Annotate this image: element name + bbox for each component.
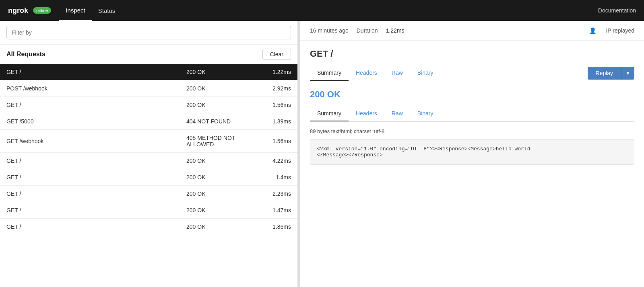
request-row[interactable]: GET /200 OK1.86ms: [0, 219, 297, 235]
tab-response-raw[interactable]: Raw: [384, 106, 410, 121]
request-method-path: GET /: [6, 102, 186, 108]
meta-duration-val: 1.22ms: [386, 27, 405, 34]
main-area: All Requests Clear GET /200 OK1.22msPOST…: [0, 21, 644, 287]
request-status: 200 OK: [186, 102, 259, 108]
request-row[interactable]: GET /200 OK2.23ms: [0, 186, 297, 202]
request-row[interactable]: GET /200 OK1.22ms: [0, 64, 297, 80]
replay-dropdown-button[interactable]: ▼: [621, 67, 634, 80]
replay-btn-group: Replay ▼: [588, 67, 634, 80]
requests-header: All Requests Clear: [0, 45, 297, 64]
request-row[interactable]: GET /200 OK1.56ms: [0, 97, 297, 113]
requests-list: GET /200 OK1.22msPOST /webhook200 OK2.92…: [0, 64, 297, 287]
request-row[interactable]: GET /200 OK1.4ms: [0, 169, 297, 186]
request-detail-section: GET / Summary Headers Raw Binary Replay …: [300, 41, 644, 81]
request-status: 200 OK: [186, 158, 259, 164]
request-title: GET /: [310, 49, 634, 59]
meta-duration-label: Duration: [357, 27, 378, 34]
brand-logo: ngrok: [8, 6, 28, 15]
request-status: 200 OK: [186, 223, 259, 230]
request-row[interactable]: GET /200 OK1.47ms: [0, 202, 297, 219]
request-time: 1.22ms: [259, 69, 291, 75]
response-tabs-row: Summary Headers Raw Binary: [310, 106, 634, 122]
request-method-path: GET /: [6, 158, 186, 164]
tab-request-summary[interactable]: Summary: [310, 66, 349, 81]
clear-button[interactable]: Clear: [262, 49, 291, 60]
request-row[interactable]: GET /5000404 NOT FOUND1.39ms: [0, 113, 297, 130]
filter-input[interactable]: [6, 26, 291, 39]
online-badge: online: [33, 7, 51, 14]
request-method-path: GET /: [6, 207, 186, 213]
tab-response-headers[interactable]: Headers: [349, 106, 384, 121]
left-panel: All Requests Clear GET /200 OK1.22msPOST…: [0, 21, 298, 287]
tab-request-headers[interactable]: Headers: [349, 66, 384, 81]
request-status: 200 OK: [186, 191, 259, 197]
requests-title: All Requests: [6, 51, 45, 58]
request-time: 2.92ms: [259, 85, 291, 92]
request-method-path: GET /: [6, 69, 186, 75]
nav-inspect[interactable]: Inspect: [59, 0, 91, 21]
response-meta: 89 bytes text/html; charset=utf-8: [310, 128, 634, 134]
request-status: 405 METHOD NOT ALLOWED: [186, 135, 259, 148]
request-status: 200 OK: [186, 207, 259, 213]
request-method-path: GET /5000: [6, 118, 186, 125]
request-status: 200 OK: [186, 69, 259, 75]
request-status: 404 NOT FOUND: [186, 118, 259, 125]
request-method-path: GET /: [6, 223, 186, 230]
tab-request-raw[interactable]: Raw: [384, 66, 410, 81]
tab-request-binary[interactable]: Binary: [410, 66, 441, 81]
request-time: 4.22ms: [259, 158, 291, 164]
request-row[interactable]: GET /200 OK4.22ms: [0, 153, 297, 169]
response-status: 200 OK: [310, 89, 634, 100]
request-time: 1.47ms: [259, 207, 291, 213]
request-method-path: GET /: [6, 174, 186, 180]
request-time: 1.86ms: [259, 223, 291, 230]
request-method-path: GET /webhook: [6, 138, 186, 144]
topnav: ngrok online Inspect Status Documentatio…: [0, 0, 644, 21]
request-status: 200 OK: [186, 85, 259, 92]
right-panel: 16 minutes ago Duration 1.22ms 👤 IP repl…: [300, 21, 644, 287]
request-method-path: GET /: [6, 191, 186, 197]
nav-docs[interactable]: Documentation: [598, 7, 636, 14]
response-section: 200 OK Summary Headers Raw Binary 89 byt…: [300, 81, 644, 165]
filter-bar: [0, 21, 297, 45]
request-row[interactable]: GET /webhook405 METHOD NOT ALLOWED1.56ms: [0, 130, 297, 153]
response-body: <?xml version="1.0" encoding="UTF-8"?><R…: [310, 139, 634, 165]
request-status: 200 OK: [186, 174, 259, 180]
nav-status[interactable]: Status: [92, 0, 122, 21]
meta-time: 16 minutes ago: [310, 27, 349, 34]
request-time: 2.23ms: [259, 191, 291, 197]
detail-meta: 16 minutes ago Duration 1.22ms 👤 IP repl…: [300, 21, 644, 41]
replay-button[interactable]: Replay: [588, 67, 621, 80]
request-row[interactable]: POST /webhook200 OK2.92ms: [0, 80, 297, 97]
tab-response-summary[interactable]: Summary: [310, 106, 349, 121]
request-time: 1.56ms: [259, 138, 291, 144]
request-method-path: POST /webhook: [6, 85, 186, 92]
request-tabs-row: Summary Headers Raw Binary Replay ▼: [310, 66, 634, 81]
meta-ip-label: IP replayed: [606, 27, 634, 34]
user-icon: 👤: [589, 27, 596, 34]
tab-response-binary[interactable]: Binary: [410, 106, 441, 121]
request-time: 1.4ms: [259, 174, 291, 180]
request-time: 1.39ms: [259, 118, 291, 125]
request-time: 1.56ms: [259, 102, 291, 108]
